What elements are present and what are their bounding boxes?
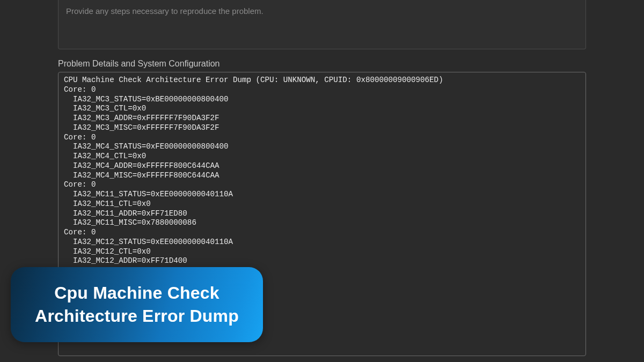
- problem-details-label: Problem Details and System Configuration: [58, 59, 586, 69]
- title-callout-text: Cpu Machine Check Architecture Error Dum…: [35, 282, 239, 328]
- title-callout-badge: Cpu Machine Check Architecture Error Dum…: [11, 267, 263, 342]
- reproduce-steps-textarea[interactable]: Provide any steps necessary to reproduce…: [58, 0, 586, 49]
